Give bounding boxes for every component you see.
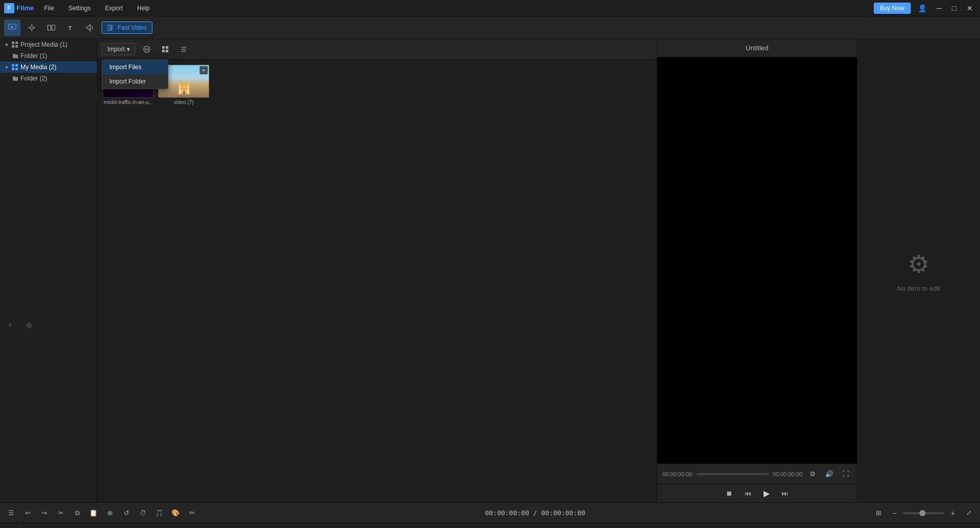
- media-sort-btn[interactable]: [140, 42, 154, 56]
- timeline-section: ☰ ↩ ↪ ✂ ⧉ 📋 ⊕ ↺ ⏱ 🎵 🎨 ✏ 00:00:00:00 / 00…: [0, 502, 980, 528]
- app-logo: F Filme: [4, 3, 34, 13]
- zoom-slider[interactable]: [903, 512, 944, 514]
- preview-settings-btn[interactable]: ⚙: [807, 468, 819, 480]
- my-media-label: My Media (2): [21, 64, 56, 71]
- ruler-spacer: [0, 523, 20, 528]
- import-files-item[interactable]: Import Files: [102, 60, 168, 74]
- player-play-btn[interactable]: ▶: [760, 488, 773, 500]
- preview-time-end: 00:00:00:00: [773, 471, 802, 477]
- media-toolbar: Import ▾ Import Files Import Folder: [97, 39, 657, 59]
- svg-rect-14: [15, 45, 18, 48]
- timeline-time-display: 00:00:00:00 / 00:00:00:00: [201, 509, 869, 517]
- player-next-btn[interactable]: ⏭: [779, 488, 791, 500]
- player-stop-btn[interactable]: ⏹: [723, 488, 736, 500]
- toolbar-text-btn[interactable]: T: [63, 19, 79, 36]
- timeline-zoom-controls: ⊞ − + ⤢: [871, 506, 976, 520]
- tl-undo-btn[interactable]: ↩: [21, 506, 35, 520]
- properties-panel: ⚙ No item to edit: [857, 39, 980, 502]
- menu-export[interactable]: Export: [101, 3, 127, 14]
- folder2-label: Folder (2): [21, 75, 47, 82]
- svg-rect-23: [166, 50, 168, 52]
- svg-rect-18: [15, 68, 18, 70]
- tl-zoom-fit-btn[interactable]: ⤢: [962, 506, 976, 520]
- import-folder-item[interactable]: Import Folder: [102, 74, 168, 89]
- menu-help[interactable]: Help: [133, 3, 154, 14]
- close-button[interactable]: ✕: [964, 3, 976, 13]
- import-dropdown-arrow: ▾: [127, 46, 130, 53]
- fast-video-button[interactable]: Fast Video: [102, 22, 152, 34]
- tl-color-btn[interactable]: 🎨: [168, 506, 183, 520]
- maximize-button[interactable]: □: [949, 3, 959, 13]
- media-grid-btn[interactable]: [158, 42, 172, 56]
- sidebar-extra-btn[interactable]: ⊕: [21, 317, 37, 333]
- media-list-btn[interactable]: [177, 42, 191, 56]
- timeline-right: 00:00:00:0000:00:10:0000:00:20:0000:00:3…: [21, 523, 980, 528]
- preview-fullscreen-btn[interactable]: ⛶: [839, 468, 852, 480]
- list-view-icon: [180, 46, 187, 53]
- buy-now-button[interactable]: Buy Now: [874, 3, 911, 14]
- menu-settings[interactable]: Settings: [64, 3, 94, 14]
- arrow-icon-2: ▼: [4, 65, 9, 70]
- thumb-label-0: mixkit-traffic-in-an-u...: [103, 99, 154, 105]
- player-buttons-row: ⏹ ⏮ ▶ ⏭: [657, 484, 857, 502]
- toolbar-effects-btn[interactable]: [24, 19, 40, 36]
- zoom-in-btn[interactable]: +: [947, 507, 958, 519]
- svg-rect-20: [162, 46, 165, 49]
- fast-video-icon: [107, 24, 114, 31]
- player-prev-btn[interactable]: ⏮: [742, 488, 754, 500]
- tl-edit-btn[interactable]: ✏: [185, 506, 199, 520]
- import-button[interactable]: Import ▾: [102, 43, 135, 55]
- grid-icon: [11, 41, 18, 48]
- user-account-button[interactable]: 👤: [915, 3, 930, 13]
- svg-rect-17: [12, 68, 14, 70]
- sidebar-bottom-icons: + ⊕: [2, 317, 37, 333]
- sidebar-item-folder1[interactable]: Folder (1): [0, 50, 97, 62]
- tl-speed-btn[interactable]: ⏱: [135, 506, 150, 520]
- add-media-btn[interactable]: +: [2, 317, 18, 333]
- titlebar: F Filme File Settings Export Help Buy No…: [0, 0, 980, 16]
- timeline-body: ⬛ 👁 🔒 ⬛ 👁 🔒 🎵 👁 🔒 00:00:00:0000:00:10:00…: [0, 523, 980, 528]
- tl-revert-btn[interactable]: ↺: [119, 506, 133, 520]
- preview-volume-btn[interactable]: 🔊: [823, 468, 835, 480]
- zoom-out-btn[interactable]: −: [889, 507, 900, 519]
- svg-rect-6: [48, 25, 51, 30]
- folder1-label: Folder (1): [21, 52, 47, 59]
- tl-split-btn[interactable]: ⊕: [103, 506, 117, 520]
- zoom-slider-thumb: [919, 510, 926, 516]
- preview-progress-bar[interactable]: [696, 473, 769, 475]
- svg-rect-15: [12, 64, 14, 67]
- titlebar-left: F Filme File Settings Export Help: [4, 3, 154, 14]
- toolbar-audio-btn[interactable]: [82, 19, 99, 36]
- main-toolbar: T Fast Video: [0, 16, 980, 39]
- timeline-menu-btn[interactable]: ☰: [4, 506, 18, 520]
- tl-fit-btn[interactable]: ⊞: [871, 506, 886, 520]
- sidebar-item-folder2[interactable]: Folder (2): [0, 73, 97, 84]
- svg-point-1: [30, 26, 33, 29]
- tl-audio-btn[interactable]: 🎵: [152, 506, 166, 520]
- import-dropdown: Import Files Import Folder: [102, 59, 168, 89]
- tl-copy-btn[interactable]: ⧉: [70, 506, 84, 520]
- sidebar-item-project-media[interactable]: ▼ Project Media (1): [0, 39, 97, 50]
- thumbnails-area: + mixkit-traffic-in-an-u... + video (7): [97, 59, 657, 110]
- tl-paste-btn[interactable]: 📋: [86, 506, 101, 520]
- main-area: ▼ Project Media (1) Folder (1) ▼ My Medi…: [0, 39, 980, 502]
- toolbar-media-btn[interactable]: [4, 19, 21, 36]
- preview-controls: 00:00:00:00 00:00:00:00 ⚙ 🔊 ⛶: [657, 463, 857, 484]
- menu-file[interactable]: File: [40, 3, 58, 14]
- toolbar-transitions-btn[interactable]: [43, 19, 60, 36]
- minimize-button[interactable]: ─: [934, 3, 945, 13]
- preview-video: [657, 57, 857, 463]
- sidebar-item-my-media[interactable]: ▼ My Media (2): [0, 62, 97, 73]
- svg-rect-10: [109, 25, 113, 30]
- tl-cut-btn[interactable]: ✂: [53, 506, 68, 520]
- sidebar: ▼ Project Media (1) Folder (1) ▼ My Medi…: [0, 39, 97, 502]
- fast-video-label-text: Fast Video: [117, 24, 147, 31]
- timeline-ruler: 00:00:00:0000:00:10:0000:00:20:0000:00:3…: [21, 523, 980, 528]
- track-labels: ⬛ 👁 🔒 ⬛ 👁 🔒 🎵 👁 🔒: [0, 523, 21, 528]
- import-label: Import: [107, 46, 125, 53]
- tl-redo-btn[interactable]: ↪: [37, 506, 51, 520]
- thumb-label-1: video (7): [158, 99, 209, 105]
- thumb-menu-btn-2[interactable]: +: [200, 66, 208, 74]
- preview-title: Untitled: [657, 39, 857, 57]
- project-media-label: Project Media (1): [21, 41, 67, 48]
